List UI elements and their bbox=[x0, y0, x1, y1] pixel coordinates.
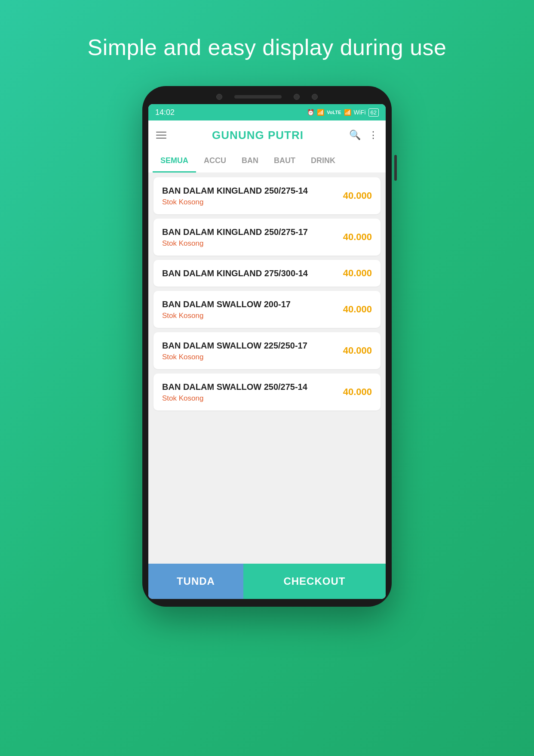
product-card-3[interactable]: BAN DALAM KINGLAND 275/300-14 40.000 bbox=[153, 260, 381, 287]
tab-baut[interactable]: BAUT bbox=[266, 150, 303, 173]
product-name-6: BAN DALAM SWALLOW 250/275-14 bbox=[162, 381, 336, 392]
phone-shell: 14:02 ⏰ 📶 VoLTE 📶 WiFi 62 GUNUNG PUTRI 🔍… bbox=[142, 86, 392, 607]
product-price-1: 40.000 bbox=[343, 190, 372, 201]
product-name-2: BAN DALAM KINGLAND 250/275-17 bbox=[162, 226, 336, 238]
product-stock-5: Stok Kosong bbox=[162, 353, 336, 361]
menu-button[interactable] bbox=[156, 132, 166, 139]
tab-ban[interactable]: BAN bbox=[234, 150, 266, 173]
product-card-5[interactable]: BAN DALAM SWALLOW 225/250-17 Stok Kosong… bbox=[153, 332, 381, 369]
product-card-2[interactable]: BAN DALAM KINGLAND 250/275-17 Stok Koson… bbox=[153, 219, 381, 256]
category-tabs: SEMUA ACCU BAN BAUT DRINK bbox=[148, 150, 386, 173]
menu-line-3 bbox=[156, 138, 166, 139]
product-card-6[interactable]: BAN DALAM SWALLOW 250/275-14 Stok Kosong… bbox=[153, 373, 381, 410]
product-name-1: BAN DALAM KINGLAND 250/275-14 bbox=[162, 185, 336, 196]
more-options-button[interactable]: ⋮ bbox=[368, 130, 378, 141]
phone-screen: 14:02 ⏰ 📶 VoLTE 📶 WiFi 62 GUNUNG PUTRI 🔍… bbox=[148, 104, 386, 599]
product-name-5: BAN DALAM SWALLOW 225/250-17 bbox=[162, 340, 336, 351]
alarm-icon: ⏰ bbox=[307, 109, 314, 116]
bottom-bar: TUNDA CHECKOUT bbox=[148, 564, 386, 599]
product-price-2: 40.000 bbox=[343, 231, 372, 243]
tab-drink[interactable]: DRINK bbox=[303, 150, 343, 173]
signal-icon: 📶 bbox=[317, 109, 324, 116]
signal2-icon: 📶 bbox=[344, 109, 351, 116]
status-time: 14:02 bbox=[155, 108, 175, 117]
product-price-6: 40.000 bbox=[343, 386, 372, 398]
product-card-4[interactable]: BAN DALAM SWALLOW 200-17 Stok Kosong 40.… bbox=[153, 291, 381, 328]
volume-button bbox=[394, 155, 397, 181]
app-bar-actions: 🔍 ⋮ bbox=[349, 130, 378, 141]
sensor-dot bbox=[294, 94, 300, 100]
app-title: GUNUNG PUTRI bbox=[166, 129, 349, 142]
status-icons: ⏰ 📶 VoLTE 📶 WiFi 62 bbox=[307, 108, 379, 117]
sensor-dot-2 bbox=[312, 94, 318, 100]
product-info-4: BAN DALAM SWALLOW 200-17 Stok Kosong bbox=[162, 299, 336, 320]
product-info-2: BAN DALAM KINGLAND 250/275-17 Stok Koson… bbox=[162, 226, 336, 248]
product-stock-1: Stok Kosong bbox=[162, 198, 336, 207]
product-stock-2: Stok Kosong bbox=[162, 239, 336, 248]
menu-line-2 bbox=[156, 135, 166, 136]
product-price-5: 40.000 bbox=[343, 345, 372, 356]
tab-accu[interactable]: ACCU bbox=[196, 150, 234, 173]
product-list: BAN DALAM KINGLAND 250/275-14 Stok Koson… bbox=[148, 173, 386, 564]
menu-line-1 bbox=[156, 132, 166, 133]
wifi-icon: WiFi bbox=[354, 109, 366, 116]
product-price-3: 40.000 bbox=[343, 268, 372, 279]
product-name-4: BAN DALAM SWALLOW 200-17 bbox=[162, 299, 336, 310]
search-button[interactable]: 🔍 bbox=[349, 130, 361, 141]
tab-semua[interactable]: SEMUA bbox=[153, 150, 196, 173]
lte-icon: VoLTE bbox=[327, 110, 341, 115]
product-name-3: BAN DALAM KINGLAND 275/300-14 bbox=[162, 268, 336, 279]
product-card-1[interactable]: BAN DALAM KINGLAND 250/275-14 Stok Koson… bbox=[153, 177, 381, 214]
earpiece-speaker bbox=[234, 95, 282, 99]
status-bar: 14:02 ⏰ 📶 VoLTE 📶 WiFi 62 bbox=[148, 104, 386, 120]
app-bar: GUNUNG PUTRI 🔍 ⋮ bbox=[148, 120, 386, 150]
product-info-6: BAN DALAM SWALLOW 250/275-14 Stok Kosong bbox=[162, 381, 336, 403]
product-info-3: BAN DALAM KINGLAND 275/300-14 bbox=[162, 268, 336, 279]
product-price-4: 40.000 bbox=[343, 304, 372, 315]
page-tagline: Simple and easy display during use bbox=[87, 34, 446, 60]
front-camera bbox=[216, 94, 222, 100]
battery-icon: 62 bbox=[368, 108, 379, 117]
product-info-1: BAN DALAM KINGLAND 250/275-14 Stok Koson… bbox=[162, 185, 336, 207]
tunda-button[interactable]: TUNDA bbox=[148, 564, 243, 599]
product-stock-6: Stok Kosong bbox=[162, 394, 336, 403]
product-info-5: BAN DALAM SWALLOW 225/250-17 Stok Kosong bbox=[162, 340, 336, 361]
phone-top-hardware bbox=[148, 94, 386, 100]
checkout-button[interactable]: CHECKOUT bbox=[243, 564, 386, 599]
product-stock-4: Stok Kosong bbox=[162, 312, 336, 320]
